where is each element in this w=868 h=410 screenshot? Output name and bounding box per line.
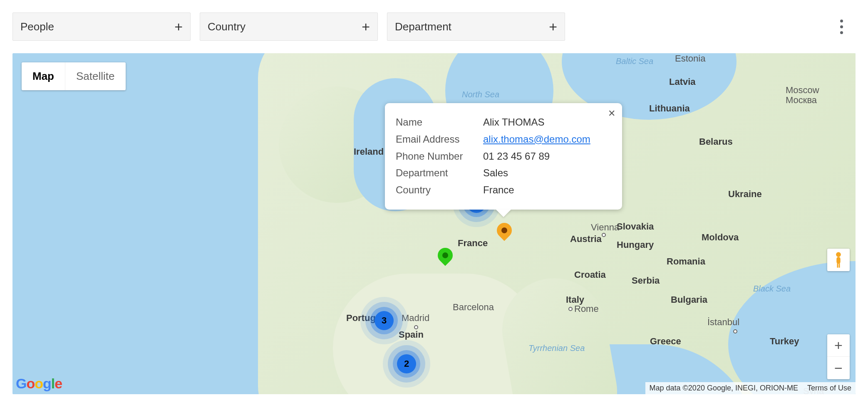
info-row-country: Country France: [396, 182, 607, 199]
city-label-rome: Rome: [574, 304, 599, 314]
country-label-serbia: Serbia: [632, 275, 660, 286]
map-canvas[interactable]: North Sea Baltic Sea Tyrrhenian Sea Blac…: [12, 53, 856, 394]
info-value-country: France: [483, 182, 514, 199]
info-row-department: Department Sales: [396, 165, 607, 182]
zoom-out-button[interactable]: −: [827, 357, 850, 379]
info-label-name: Name: [396, 114, 483, 131]
city-label-barcelona: Barcelona: [453, 302, 494, 313]
svg-point-0: [836, 252, 841, 257]
attribution-terms-link[interactable]: Terms of Use: [807, 384, 851, 393]
filter-people[interactable]: People +: [12, 12, 191, 41]
city-dot-vienna: [602, 233, 606, 237]
water-label-north-sea: North Sea: [462, 90, 499, 99]
overflow-menu-button[interactable]: [831, 17, 851, 37]
map-type-map-tab[interactable]: Map: [22, 62, 65, 90]
zoom-in-button[interactable]: +: [827, 334, 850, 357]
country-label-belarus: Belarus: [699, 136, 733, 147]
streetview-pegman[interactable]: [827, 249, 850, 271]
info-row-phone: Phone Number 01 23 45 67 89: [396, 148, 607, 165]
city-label-moscow-ru: Москва: [786, 95, 817, 106]
water-label-tyrrhenian-sea: Tyrrhenian Sea: [528, 343, 585, 353]
city-label-moscow-en: Moscow: [786, 85, 819, 96]
map-type-control: Map Satellite: [22, 62, 126, 90]
country-label-slovakia: Slovakia: [617, 221, 654, 232]
info-value-name: Alix THOMAS: [483, 114, 545, 131]
info-label-country: Country: [396, 182, 483, 199]
info-value-email-link[interactable]: alix.thomas@demo.com: [483, 133, 590, 145]
kebab-icon: [840, 20, 843, 34]
info-value-phone: 01 23 45 67 89: [483, 148, 550, 165]
city-dot-madrid: [414, 325, 418, 329]
info-row-email: Email Address alix.thomas@demo.com: [396, 131, 607, 148]
filter-department[interactable]: Department +: [387, 12, 565, 41]
plus-icon: +: [362, 20, 370, 34]
country-label-croatia: Croatia: [574, 269, 606, 280]
country-label-estonia: Estonia: [675, 53, 705, 64]
plus-icon: +: [174, 20, 183, 34]
info-window: ✕ Name Alix THOMAS Email Address alix.th…: [385, 103, 622, 210]
filter-department-label: Department: [395, 20, 451, 33]
country-label-bulgaria: Bulgaria: [671, 294, 707, 305]
info-window-tail: [496, 210, 511, 217]
pegman-icon: [833, 252, 844, 268]
country-label-latvia: Latvia: [669, 77, 696, 87]
info-label-phone: Phone Number: [396, 148, 483, 165]
attribution-data-text: Map data ©2020 Google, INEGI, ORION-ME: [650, 384, 798, 393]
city-label-vienna: Vienna: [591, 222, 619, 233]
country-label-lithuania: Lithuania: [649, 103, 690, 114]
water-label-black-sea: Black Sea: [753, 284, 791, 294]
map-type-satellite-tab[interactable]: Satellite: [65, 62, 126, 90]
water-label-baltic-sea: Baltic Sea: [616, 57, 653, 66]
country-label-turkey: Turkey: [770, 336, 799, 347]
filter-people-label: People: [20, 20, 54, 33]
city-dot-rome: [568, 307, 573, 311]
zoom-control: + −: [827, 334, 850, 379]
svg-rect-1: [836, 257, 840, 264]
cluster-marker-spain-south[interactable]: 2: [397, 354, 416, 373]
country-label-hungary: Hungary: [617, 240, 654, 250]
plus-icon: +: [549, 20, 557, 34]
country-label-moldova: Moldova: [702, 232, 739, 243]
info-label-department: Department: [396, 165, 483, 182]
country-label-spain: Spain: [399, 329, 424, 340]
filter-country[interactable]: Country +: [200, 12, 378, 41]
country-label-france: France: [458, 238, 488, 249]
country-label-romania: Romania: [667, 256, 705, 267]
city-dot-istanbul: [733, 329, 737, 333]
info-value-department: Sales: [483, 165, 508, 182]
filter-bar: People + Country + Department +: [12, 12, 856, 41]
city-label-madrid: Madrid: [402, 313, 429, 324]
map-attribution: Map data ©2020 Google, INEGI, ORION-ME T…: [645, 382, 856, 394]
country-label-greece: Greece: [650, 336, 681, 347]
info-label-email: Email Address: [396, 131, 483, 148]
svg-rect-2: [837, 263, 838, 268]
country-label-austria: Austria: [570, 234, 602, 245]
country-label-ireland: Ireland: [354, 146, 384, 157]
info-window-close-button[interactable]: ✕: [608, 108, 615, 119]
city-label-istanbul: İstanbul: [707, 317, 739, 328]
country-label-ukraine: Ukraine: [728, 189, 762, 200]
cluster-marker-spain-northwest[interactable]: 3: [374, 311, 394, 330]
google-logo: Google: [16, 375, 62, 392]
info-row-name: Name Alix THOMAS: [396, 114, 607, 131]
filter-country-label: Country: [208, 20, 246, 33]
svg-rect-3: [839, 263, 840, 268]
